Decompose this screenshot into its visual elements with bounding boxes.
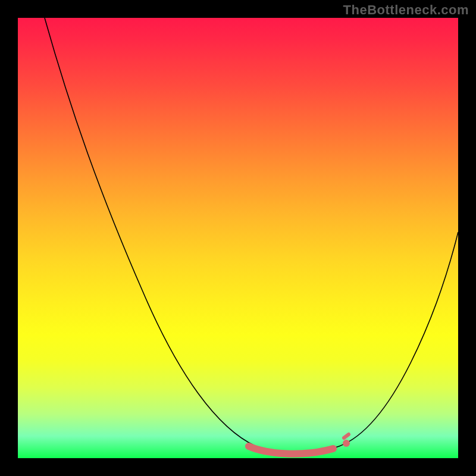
marker-dot bbox=[343, 440, 350, 447]
curve-svg bbox=[18, 18, 458, 458]
bottleneck-curve bbox=[45, 18, 458, 453]
plot-area bbox=[18, 18, 458, 458]
optimal-range-marker bbox=[249, 446, 333, 454]
watermark-text: TheBottleneck.com bbox=[343, 2, 469, 18]
chart-container: TheBottleneck.com bbox=[0, 0, 476, 476]
marker-tail bbox=[344, 434, 349, 438]
